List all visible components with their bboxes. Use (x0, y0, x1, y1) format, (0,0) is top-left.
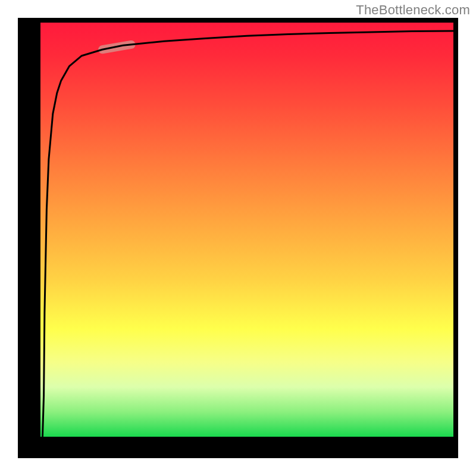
plot-border (18, 18, 458, 458)
plot-gradient-background (40, 23, 453, 437)
bottleneck-curve-path (43, 31, 454, 437)
watermark-text: TheBottleneck.com (356, 2, 470, 18)
curve-layer (40, 23, 453, 437)
chart-stage: TheBottleneck.com (0, 0, 476, 476)
